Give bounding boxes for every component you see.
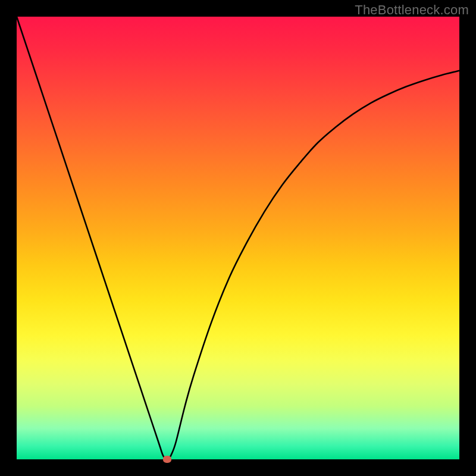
plot-area xyxy=(17,17,459,459)
curve-svg xyxy=(17,17,459,459)
minimum-marker xyxy=(163,456,171,463)
watermark-text: TheBottleneck.com xyxy=(355,2,469,18)
chart-frame: TheBottleneck.com xyxy=(0,0,476,476)
bottleneck-curve-path xyxy=(17,17,459,459)
